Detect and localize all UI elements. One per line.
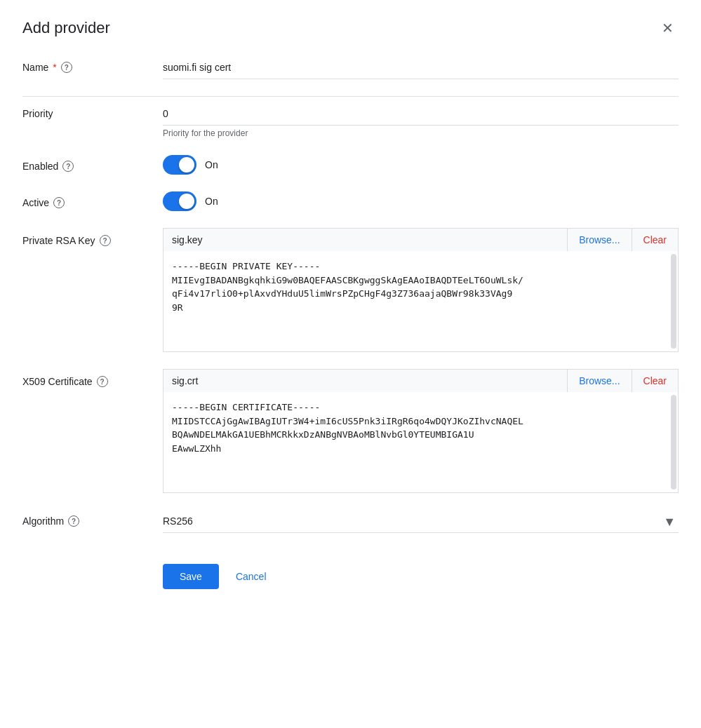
private-rsa-key-help-icon[interactable]: ? <box>100 235 111 246</box>
x509-cert-label: X509 Certificate ? <box>22 369 163 387</box>
name-help-icon[interactable]: ? <box>61 62 72 73</box>
cancel-button[interactable]: Cancel <box>230 564 272 589</box>
enabled-state-label: On <box>205 159 218 170</box>
close-button[interactable]: ✕ <box>656 17 679 39</box>
x509-cert-clear-button[interactable]: Clear <box>632 370 678 392</box>
private-rsa-key-label: Private RSA Key ? <box>22 228 163 246</box>
x509-cert-textarea[interactable]: -----BEGIN CERTIFICATE----- MIIDSTCCAjGg… <box>163 392 678 490</box>
private-rsa-key-field: sig.key Browse... Clear -----BEGIN PRIVA… <box>163 228 679 352</box>
private-rsa-key-browse-button[interactable]: Browse... <box>567 229 631 251</box>
x509-cert-browse-button[interactable]: Browse... <box>567 370 631 392</box>
priority-row: Priority Priority for the provider <box>22 102 679 141</box>
form-actions: Save Cancel <box>22 564 679 589</box>
save-button[interactable]: Save <box>163 564 219 589</box>
name-row: Name * ? <box>22 56 679 82</box>
name-input[interactable] <box>163 56 679 79</box>
algorithm-help-icon[interactable]: ? <box>68 515 79 527</box>
private-rsa-key-clear-button[interactable]: Clear <box>632 229 678 251</box>
private-rsa-key-filename: sig.key <box>163 229 567 251</box>
name-label: Name * ? <box>22 56 163 73</box>
dialog-title: Add provider <box>22 19 110 37</box>
priority-field: Priority for the provider <box>163 102 679 138</box>
x509-cert-filename: sig.crt <box>163 370 567 392</box>
private-rsa-key-textarea-container: -----BEGIN PRIVATE KEY----- MIIEvgIBADAN… <box>163 251 679 352</box>
algorithm-select[interactable]: RS256 RS384 RS512 ES256 ES384 ES512 <box>163 510 679 533</box>
active-help-icon[interactable]: ? <box>53 197 65 208</box>
add-provider-dialog: Add provider ✕ Name * ? Priority Priorit… <box>0 0 701 728</box>
active-toggle[interactable] <box>163 191 196 211</box>
name-field <box>163 56 679 79</box>
dialog-header: Add provider ✕ <box>22 17 679 39</box>
active-row: Active ? On <box>22 191 679 214</box>
algorithm-select-wrapper: RS256 RS384 RS512 ES256 ES384 ES512 ▼ <box>163 510 679 533</box>
required-star: * <box>53 62 56 73</box>
private-rsa-key-textarea[interactable]: -----BEGIN PRIVATE KEY----- MIIEvgIBADAN… <box>163 251 678 349</box>
enabled-row: Enabled ? On <box>22 155 679 177</box>
algorithm-field: RS256 RS384 RS512 ES256 ES384 ES512 ▼ <box>163 510 679 533</box>
algorithm-label: Algorithm ? <box>22 510 163 527</box>
priority-input[interactable] <box>163 102 679 126</box>
priority-hint: Priority for the provider <box>163 128 679 138</box>
x509-cert-row: X509 Certificate ? sig.crt Browse... Cle… <box>22 369 679 496</box>
active-field: On <box>163 191 679 211</box>
enabled-help-icon[interactable]: ? <box>62 161 74 172</box>
x509-cert-textarea-container: -----BEGIN CERTIFICATE----- MIIDSTCCAjGg… <box>163 392 679 493</box>
enabled-field: On <box>163 155 679 175</box>
private-rsa-key-row: Private RSA Key ? sig.key Browse... Clea… <box>22 228 679 355</box>
close-icon: ✕ <box>662 20 674 36</box>
x509-cert-help-icon[interactable]: ? <box>97 376 108 387</box>
priority-label: Priority <box>22 102 163 119</box>
private-rsa-key-upload-row: sig.key Browse... Clear <box>163 228 679 251</box>
enabled-slider <box>163 155 196 175</box>
algorithm-row: Algorithm ? RS256 RS384 RS512 ES256 ES38… <box>22 510 679 536</box>
enabled-toggle[interactable] <box>163 155 196 175</box>
enabled-label: Enabled ? <box>22 155 163 172</box>
x509-cert-field: sig.crt Browse... Clear -----BEGIN CERTI… <box>163 369 679 493</box>
active-slider <box>163 191 196 211</box>
x509-cert-upload-row: sig.crt Browse... Clear <box>163 369 679 392</box>
active-state-label: On <box>205 196 218 207</box>
active-label: Active ? <box>22 191 163 208</box>
